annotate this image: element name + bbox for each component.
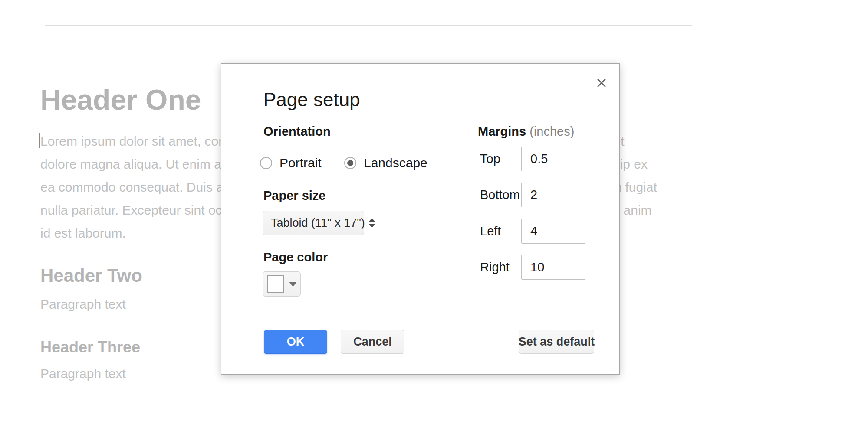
- document-heading-two: Header Two: [40, 265, 142, 286]
- document-paragraph-two: Paragraph text: [40, 297, 126, 312]
- margin-left-input[interactable]: [521, 219, 585, 244]
- paper-size-dropdown[interactable]: Tabloid (11" x 17"): [263, 211, 364, 235]
- paper-size-label: Paper size: [263, 189, 326, 203]
- margin-right-label: Right: [480, 260, 521, 274]
- portrait-radio-label: Portrait: [279, 156, 322, 170]
- radio-dot: [263, 160, 269, 166]
- margin-row-top: Top: [480, 147, 585, 171]
- document-top-divider: [45, 25, 692, 26]
- spinner-icon: [368, 218, 375, 228]
- document-heading-three: Header Three: [40, 338, 140, 356]
- landscape-radio-label: Landscape: [364, 156, 427, 170]
- margin-bottom-label: Bottom: [480, 188, 521, 202]
- dropdown-arrow-icon: [289, 282, 297, 287]
- margin-top-input[interactable]: [521, 147, 585, 171]
- margins-unit-label: (inches): [529, 124, 574, 138]
- close-icon: [595, 77, 608, 89]
- margin-top-label: Top: [480, 152, 521, 166]
- ok-button[interactable]: OK: [264, 330, 327, 354]
- margins-label-text: Margins: [478, 124, 526, 138]
- margin-right-input[interactable]: [521, 255, 585, 280]
- portrait-radio[interactable]: Portrait: [260, 156, 322, 170]
- landscape-radio[interactable]: Landscape: [344, 156, 427, 170]
- margin-row-right: Right: [480, 255, 585, 280]
- page-color-label: Page color: [263, 250, 328, 264]
- margin-row-left: Left: [480, 219, 585, 244]
- page-setup-dialog: Page setup Orientation Portrait Landscap…: [221, 63, 620, 375]
- margin-left-label: Left: [480, 224, 521, 238]
- close-button[interactable]: [594, 75, 609, 91]
- spinner-down-icon: [368, 224, 375, 228]
- radio-dot: [347, 160, 353, 166]
- document-paragraph-three: Paragraph text: [40, 366, 126, 381]
- cancel-button[interactable]: Cancel: [341, 330, 404, 354]
- paper-size-value: Tabloid (11" x 17"): [271, 216, 365, 230]
- document-heading-one: Header One: [40, 83, 201, 116]
- radio-circle-icon: [260, 157, 272, 169]
- page-color-swatch: [267, 275, 284, 293]
- page-setup-screen: Header One Lorem ipsum dolor sit amet, c…: [0, 0, 868, 434]
- dialog-title: Page setup: [263, 89, 360, 111]
- text-cursor: [39, 133, 40, 148]
- margins-label: Margins (inches): [478, 124, 574, 139]
- radio-circle-icon: [344, 157, 356, 169]
- set-as-default-button[interactable]: Set as default: [519, 330, 594, 354]
- margin-row-bottom: Bottom: [480, 183, 585, 207]
- page-color-button[interactable]: [263, 271, 301, 297]
- margin-bottom-input[interactable]: [521, 183, 585, 207]
- orientation-label: Orientation: [263, 124, 331, 139]
- spinner-up-icon: [368, 218, 375, 222]
